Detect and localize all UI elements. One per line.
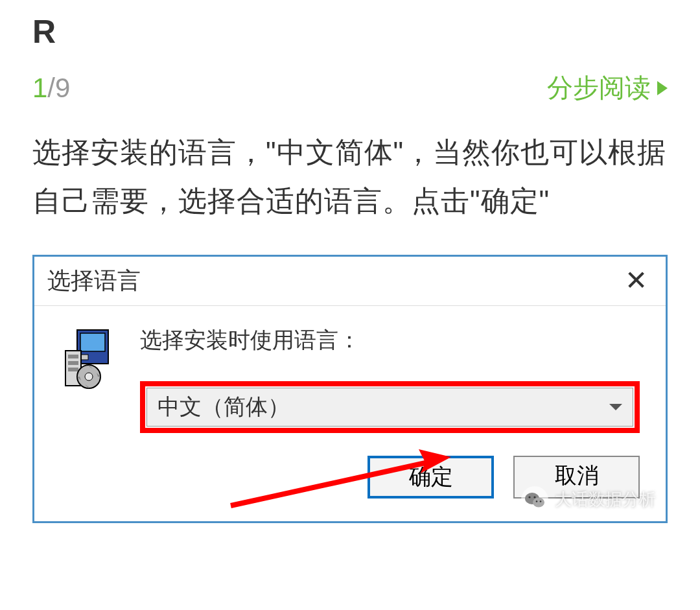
- dialog-title: 选择语言: [47, 265, 141, 297]
- step-read-label: 分步阅读: [547, 70, 651, 106]
- chevron-down-icon: [609, 404, 622, 410]
- page-current: 1: [32, 73, 47, 103]
- dialog-content: 选择安装时使用语言： 中文（简体） 确定 取消: [140, 325, 640, 499]
- svg-point-10: [533, 497, 544, 507]
- svg-rect-4: [68, 355, 78, 358]
- close-icon[interactable]: ✕: [620, 267, 653, 294]
- play-icon: [657, 81, 668, 95]
- svg-rect-5: [68, 361, 78, 365]
- svg-rect-1: [80, 333, 105, 351]
- header-row: 1/9 分步阅读: [32, 70, 668, 106]
- svg-rect-6: [68, 368, 78, 371]
- ok-button[interactable]: 确定: [368, 456, 494, 499]
- language-dropdown[interactable]: 中文（简体）: [146, 388, 633, 427]
- page-sep: /: [47, 73, 55, 103]
- installer-icon: [60, 329, 117, 392]
- section-title: R: [32, 13, 668, 51]
- dialog-titlebar: 选择语言 ✕: [34, 257, 666, 306]
- svg-point-14: [540, 500, 542, 502]
- svg-point-8: [85, 373, 93, 381]
- language-dialog: 选择语言 ✕ 选择安装时使用语言： 中文（简体）: [32, 255, 668, 523]
- dropdown-highlight: 中文（简体）: [140, 381, 640, 433]
- prompt-label: 选择安装时使用语言：: [140, 325, 640, 355]
- page-total: 9: [55, 73, 70, 103]
- dialog-body: 选择安装时使用语言： 中文（简体） 确定 取消: [34, 306, 666, 521]
- pagination: 1/9: [32, 73, 70, 104]
- svg-point-13: [536, 500, 538, 502]
- step-read-link[interactable]: 分步阅读: [547, 70, 668, 106]
- buttons-row: 确定 取消: [140, 456, 640, 499]
- dropdown-value: 中文（简体）: [158, 392, 290, 422]
- cancel-button[interactable]: 取消: [513, 456, 640, 499]
- step-description: 选择安装的语言，"中文简体"，当然你也可以根据自己需要，选择合适的语言。点击"确…: [32, 128, 668, 226]
